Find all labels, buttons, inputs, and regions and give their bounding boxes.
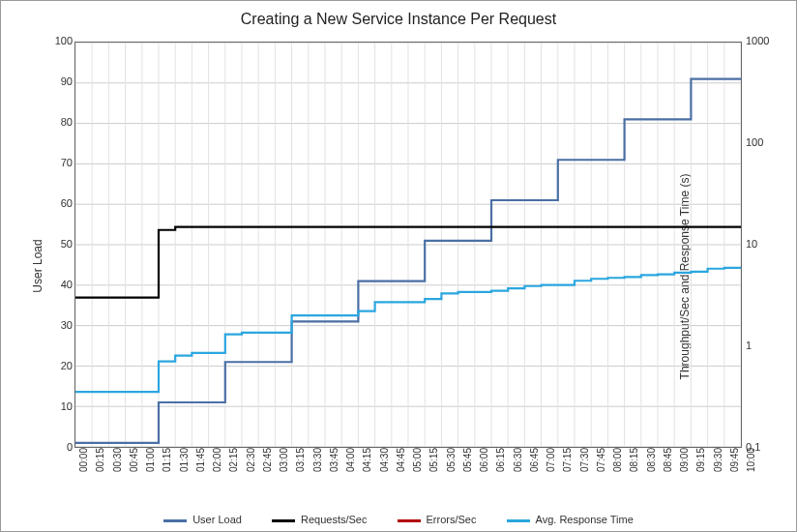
legend-item-requests: Requests/Sec [272,514,367,525]
y-right-tick: 1000 [746,35,769,46]
x-tick: 05:00 [412,448,423,487]
y-left-tick: 50 [44,238,73,250]
y-left-tick: 70 [44,157,73,168]
x-tick: 08:00 [612,448,623,487]
x-tick: 06:45 [529,448,540,487]
x-tick: 05:30 [446,448,457,487]
x-tick: 03:00 [279,448,289,487]
plot-svg [75,43,741,447]
legend-swatch [163,519,187,522]
x-tick: 06:30 [513,448,523,487]
x-tick: 04:45 [396,448,406,487]
x-tick: 02:15 [228,448,239,487]
y-left-tick: 80 [44,116,73,128]
x-tick: 02:30 [246,448,256,487]
y-axis-left-label: User Load [31,239,44,292]
x-tick: 04:15 [362,448,372,487]
legend-item-user-load: User Load [163,514,242,525]
y-left-tick: 10 [44,400,73,412]
x-tick: 01:45 [195,448,206,487]
x-tick: 09:45 [729,448,740,487]
legend-swatch [507,519,530,522]
x-tick: 09:15 [695,448,706,487]
x-tick: 04:00 [345,448,356,487]
y-right-tick: 10 [746,238,757,250]
legend: User Load Requests/Sec Errors/Sec Avg. R… [1,514,796,525]
legend-item-errors: Errors/Sec [398,514,477,525]
x-tick: 05:45 [462,448,473,487]
x-tick: 00:45 [129,448,139,487]
x-tick: 05:15 [428,448,439,487]
x-tick: 06:00 [479,448,489,487]
y-left-tick: 40 [44,279,73,290]
x-tick: 07:15 [562,448,573,487]
y-left-tick: 100 [44,35,73,46]
plot-area [74,42,742,448]
x-tick: 03:30 [312,448,323,487]
x-tick: 10:00 [746,448,756,487]
x-tick: 03:45 [329,448,339,487]
x-tick: 00:30 [112,448,123,487]
x-tick: 06:15 [495,448,506,487]
x-tick: 08:30 [646,448,657,487]
y-right-tick: 1 [746,340,752,351]
legend-label: Errors/Sec [427,514,477,525]
chart-title: Creating a New Service Instance Per Requ… [1,11,796,28]
x-tick: 07:30 [579,448,590,487]
x-tick: 01:30 [179,448,190,487]
x-tick: 02:45 [262,448,273,487]
y-right-tick: 100 [746,136,763,148]
y-left-tick: 30 [44,319,73,331]
legend-label: Avg. Response Time [536,514,634,525]
legend-label: Requests/Sec [301,514,367,525]
x-tick: 08:15 [629,448,639,487]
legend-swatch [272,519,295,522]
legend-swatch [398,519,421,522]
x-tick: 01:00 [145,448,156,487]
x-tick: 00:15 [95,448,105,487]
x-tick: 03:15 [295,448,306,487]
x-tick: 02:00 [212,448,222,487]
y-left-tick: 60 [44,197,73,209]
y-left-tick: 0 [44,441,73,453]
x-tick: 07:45 [596,448,606,487]
x-tick: 00:00 [78,448,89,487]
chart-frame: Creating a New Service Instance Per Requ… [0,0,797,532]
legend-label: User Load [192,514,242,525]
x-tick: 04:30 [379,448,390,487]
y-left-tick: 90 [44,75,73,87]
x-tick: 09:00 [679,448,690,487]
x-tick: 09:30 [713,448,723,487]
x-tick: 07:00 [546,448,556,487]
y-left-tick: 20 [44,360,73,371]
legend-item-response-time: Avg. Response Time [507,514,634,525]
x-tick: 08:45 [663,448,673,487]
x-tick: 01:15 [162,448,172,487]
